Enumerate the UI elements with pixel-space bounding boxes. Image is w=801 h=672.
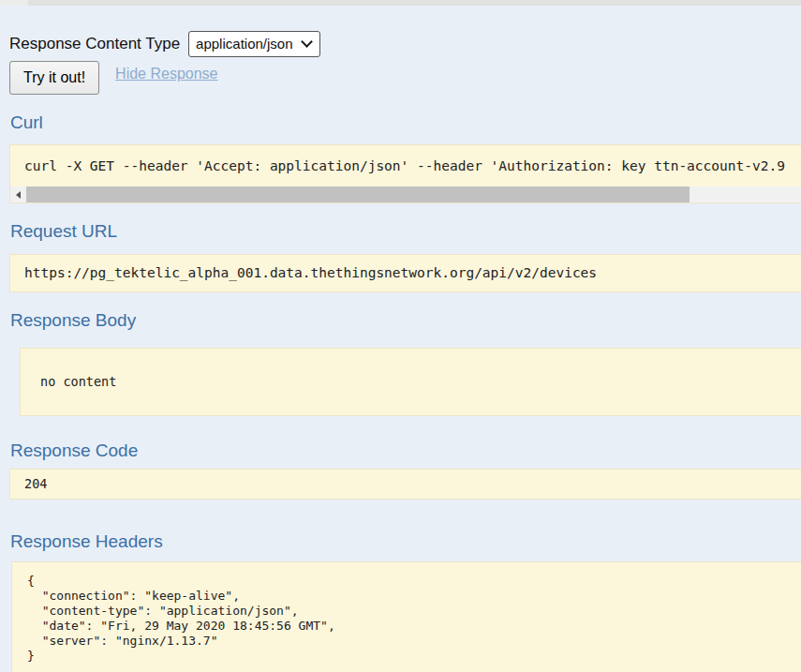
horizontal-scrollbar[interactable] xyxy=(10,187,801,202)
response-code-block: 204 xyxy=(9,469,801,500)
top-divider-notch xyxy=(0,0,28,6)
response-content-type-value: application/json xyxy=(196,36,292,52)
try-it-out-button[interactable]: Try it out! xyxy=(9,61,99,95)
actions-row: Try it out! Hide Response xyxy=(9,61,801,95)
response-content-type-label: Response Content Type xyxy=(9,35,180,53)
request-url-heading: Request URL xyxy=(10,222,801,241)
scroll-left-button[interactable] xyxy=(10,187,26,202)
response-body-block: no content xyxy=(20,348,801,416)
response-headers-value: { "connection": "keep-alive", "content-t… xyxy=(27,574,801,664)
curl-block: curl -X GET --header 'Accept: applicatio… xyxy=(9,144,801,203)
top-divider xyxy=(0,0,801,6)
request-url-block: https://pg_tektelic_alpha_001.data.theth… xyxy=(9,254,801,292)
left-arrow-icon xyxy=(16,191,21,199)
hide-response-link[interactable]: Hide Response xyxy=(115,66,217,82)
response-headers-block: { "connection": "keep-alive", "content-t… xyxy=(11,561,801,672)
response-content-type-row: Response Content Type application/json xyxy=(9,31,801,57)
chevron-down-icon xyxy=(301,36,313,48)
response-body-value: no content xyxy=(40,374,801,390)
request-url-value: https://pg_tektelic_alpha_001.data.theth… xyxy=(24,265,801,281)
response-headers-heading: Response Headers xyxy=(10,532,801,551)
scrollbar-thumb[interactable] xyxy=(26,187,690,202)
response-content-type-select[interactable]: application/json xyxy=(188,31,319,57)
curl-heading: Curl xyxy=(10,113,801,132)
response-code-value: 204 xyxy=(24,476,801,492)
curl-command: curl -X GET --header 'Accept: applicatio… xyxy=(10,145,801,187)
response-body-heading: Response Body xyxy=(10,311,801,330)
response-code-heading: Response Code xyxy=(10,441,801,460)
